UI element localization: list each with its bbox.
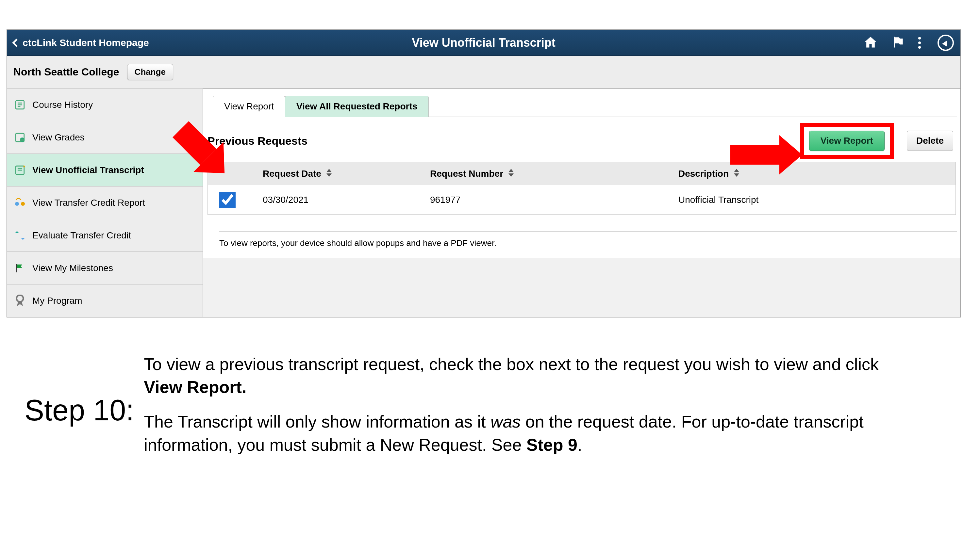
sidebar-item-label: View My Milestones xyxy=(32,263,113,273)
row-desc-cell: Unofficial Transcript xyxy=(678,195,956,205)
compass-icon xyxy=(937,35,954,51)
sidebar-item-my-program[interactable]: My Program xyxy=(7,284,203,317)
row-number-cell: 961977 xyxy=(430,195,678,205)
change-button[interactable]: Change xyxy=(127,64,173,80)
tab-view-report[interactable]: View Report xyxy=(213,96,285,117)
flag-green-icon xyxy=(13,262,27,275)
grades-icon: 95 xyxy=(13,131,27,144)
view-report-highlight-box: View Report xyxy=(800,123,894,159)
instruction-text: To view a previous transcript request, c… xyxy=(144,355,879,374)
col-date-label: Request Date xyxy=(263,168,321,179)
annotation-arrow-to-view-report xyxy=(730,135,802,175)
tab-view-all-requested[interactable]: View All Requested Reports xyxy=(285,96,429,117)
kebab-menu-icon[interactable] xyxy=(918,37,921,49)
instruction-keyword: Step 9 xyxy=(527,435,578,454)
instruction-line-2: The Transcript will only show informatio… xyxy=(144,410,907,456)
svg-text:95: 95 xyxy=(21,138,24,142)
section-header: Previous Requests View Report Delete xyxy=(206,123,957,162)
home-icon[interactable] xyxy=(863,35,878,51)
back-nav-button[interactable]: ctcLink Student Homepage xyxy=(13,37,149,48)
requests-table: Request Date Request Number Description xyxy=(207,162,956,215)
row-date-cell: 03/30/2021 xyxy=(247,195,430,205)
sidebar-item-evaluate-transfer-credit[interactable]: Evaluate Transfer Credit xyxy=(7,219,203,252)
transcript-icon xyxy=(13,164,27,177)
col-number-header[interactable]: Request Number xyxy=(430,168,678,179)
transfer-arrows-icon xyxy=(13,229,27,242)
row-checkbox[interactable] xyxy=(219,191,235,208)
chevron-left-icon xyxy=(12,38,20,47)
viewer-hint: To view reports, your device should allo… xyxy=(219,231,957,248)
sidebar-item-label: View Unofficial Transcript xyxy=(32,165,144,175)
sidebar-item-view-milestones[interactable]: View My Milestones xyxy=(7,252,203,284)
step-body: To view a previous transcript request, c… xyxy=(144,353,907,468)
sidebar-item-transfer-credit-report[interactable]: View Transfer Credit Report xyxy=(7,186,203,219)
svg-point-11 xyxy=(21,202,25,206)
sidebar-item-label: Course History xyxy=(32,100,93,110)
top-banner: ctcLink Student Homepage View Unofficial… xyxy=(7,30,960,56)
instruction-text: The Transcript will only show informatio… xyxy=(144,412,490,431)
sidebar-item-label: View Transfer Credit Report xyxy=(32,198,145,208)
sidebar-item-unofficial-transcript[interactable]: View Unofficial Transcript xyxy=(7,154,203,186)
sidebar-item-label: My Program xyxy=(32,295,82,306)
svg-point-12 xyxy=(17,295,23,302)
list-icon xyxy=(13,98,27,111)
banner-actions xyxy=(863,35,954,51)
col-number-label: Request Number xyxy=(430,168,503,179)
back-label: ctcLink Student Homepage xyxy=(22,37,149,48)
app-window: ctcLink Student Homepage View Unofficial… xyxy=(6,29,961,318)
row-check-cell xyxy=(208,194,247,206)
ribbon-icon xyxy=(13,294,27,307)
page-title: View Unofficial Transcript xyxy=(412,36,555,50)
svg-point-10 xyxy=(15,202,19,206)
view-report-button[interactable]: View Report xyxy=(809,131,885,151)
tabs: View Report View All Requested Reports xyxy=(213,95,957,117)
flag-icon[interactable] xyxy=(891,35,905,51)
table-row: 03/30/2021 961977 Unofficial Transcript xyxy=(208,185,956,214)
body-row: Course History 95 View Grades View Unoff… xyxy=(7,89,960,317)
col-desc-label: Description xyxy=(678,168,729,179)
sidebar-item-course-history[interactable]: Course History xyxy=(7,89,203,121)
transfer-report-icon xyxy=(13,196,27,210)
main-content: View Report View All Requested Reports P… xyxy=(203,89,960,258)
nav-compass-button[interactable] xyxy=(931,35,954,51)
college-name: North Seattle College xyxy=(13,66,119,78)
instruction-text: . xyxy=(578,435,582,454)
instructions-block: Step 10: To view a previous transcript r… xyxy=(24,353,907,468)
table-header: Request Date Request Number Description xyxy=(208,162,956,185)
instruction-emphasis: was xyxy=(490,412,520,431)
institution-bar: North Seattle College Change xyxy=(7,56,960,89)
delete-button[interactable]: Delete xyxy=(907,131,953,151)
side-nav: Course History 95 View Grades View Unoff… xyxy=(7,89,203,317)
col-date-header[interactable]: Request Date xyxy=(247,168,430,179)
instruction-keyword: View Report. xyxy=(144,378,247,397)
col-desc-header[interactable]: Description xyxy=(678,168,956,179)
instruction-line-1: To view a previous transcript request, c… xyxy=(144,353,907,399)
sidebar-item-label: View Grades xyxy=(32,132,84,143)
action-buttons: View Report Delete xyxy=(800,123,953,159)
sort-icon xyxy=(509,169,514,177)
sidebar-item-label: Evaluate Transfer Credit xyxy=(32,230,131,241)
sort-icon xyxy=(326,169,332,177)
step-label: Step 10: xyxy=(24,394,134,427)
